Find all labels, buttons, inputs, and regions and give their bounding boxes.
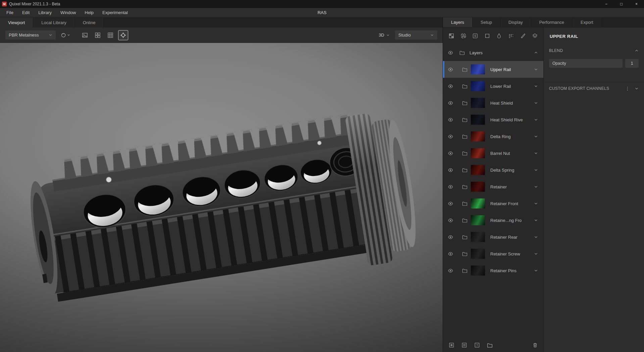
chevron-down-icon[interactable] xyxy=(534,67,538,71)
visibility-eye-icon[interactable] xyxy=(448,50,453,56)
close-button[interactable]: × xyxy=(629,0,644,8)
layer-row-lower-rail[interactable]: Lower Rail xyxy=(443,78,543,95)
focus-model-button[interactable] xyxy=(118,30,128,40)
add-component-button[interactable]: ? xyxy=(473,341,481,349)
chevron-down-icon[interactable] xyxy=(534,101,538,105)
menu-help[interactable]: Help xyxy=(80,8,98,17)
chevron-down-icon[interactable] xyxy=(534,84,538,88)
chevron-down-icon[interactable] xyxy=(534,269,538,273)
layer-row-retainer-screw[interactable]: Retainer Screw xyxy=(443,245,543,262)
tab-viewport[interactable]: Viewport xyxy=(0,17,33,27)
add-mask-button[interactable] xyxy=(484,32,491,40)
layer-row-retainer-rear[interactable]: Retainer Rear xyxy=(443,229,543,245)
tab-local-library[interactable]: Local Library xyxy=(33,17,75,27)
menu-experimental[interactable]: Experimental xyxy=(98,8,132,17)
chevron-down-icon[interactable] xyxy=(534,235,538,239)
layer-row-retainer[interactable]: Retainer xyxy=(443,178,543,195)
selected-layer-title: UPPER RAIL xyxy=(544,27,644,45)
3d-viewport[interactable] xyxy=(0,43,443,352)
custom-export-section-header[interactable]: CUSTOM EXPORT CHANNELS ⋮ xyxy=(544,82,644,94)
add-paint-layer-button[interactable] xyxy=(460,32,467,40)
tab-display[interactable]: Display xyxy=(500,17,531,27)
menu-edit[interactable]: Edit xyxy=(18,8,34,17)
visibility-eye-icon[interactable] xyxy=(448,167,453,173)
add-fill-layer-button[interactable] xyxy=(448,32,455,40)
quad-view-button[interactable] xyxy=(93,30,103,40)
brush-tool-button[interactable] xyxy=(519,32,527,40)
visibility-eye-icon[interactable] xyxy=(448,201,453,207)
add-procedural-button[interactable] xyxy=(507,32,515,40)
chevron-down-icon[interactable] xyxy=(534,252,538,256)
material-sphere-icon xyxy=(60,32,67,39)
visibility-eye-icon[interactable] xyxy=(448,83,453,89)
chevron-down-icon[interactable] xyxy=(534,218,538,222)
layer-label: Retainer Pins xyxy=(490,268,516,273)
chevron-down-icon[interactable] xyxy=(534,185,538,189)
tab-export[interactable]: Export xyxy=(573,17,602,27)
environment-dropdown[interactable]: Studio xyxy=(395,31,437,40)
layer-row-heat-shield[interactable]: Heat Shield xyxy=(443,95,543,111)
layers-group-row[interactable]: Layers xyxy=(443,44,543,61)
opacity-value[interactable]: 1 xyxy=(625,59,639,68)
chevron-down-icon[interactable] xyxy=(534,201,538,206)
folder-icon xyxy=(462,84,467,89)
layer-label: Retainer xyxy=(490,184,507,189)
visibility-eye-icon[interactable] xyxy=(448,184,453,190)
new-folder-button[interactable] xyxy=(486,341,493,349)
chevron-up-icon[interactable] xyxy=(534,51,538,55)
kebab-menu-icon[interactable]: ⋮ xyxy=(625,86,630,91)
ras-model[interactable] xyxy=(0,43,443,352)
visibility-eye-icon[interactable] xyxy=(448,268,453,274)
layer-row-upper-rail[interactable]: Upper Rail xyxy=(443,61,543,78)
add-smart-material-button[interactable]: S xyxy=(472,32,479,40)
menu-window[interactable]: Window xyxy=(56,8,80,17)
tab-performance[interactable]: Performance xyxy=(531,17,573,27)
layer-row-delta-ring[interactable]: Delta Ring xyxy=(443,128,543,145)
layer-row-retaine-ng-fro[interactable]: Retaine...ng Fro xyxy=(443,212,543,229)
layer-row-retainer-pins[interactable]: Retainer Pins xyxy=(443,262,543,279)
folder-icon xyxy=(462,67,467,72)
chevron-down-icon[interactable] xyxy=(534,168,538,172)
visibility-eye-icon[interactable] xyxy=(448,134,453,139)
menu-file[interactable]: File xyxy=(2,8,18,17)
opacity-slider[interactable]: Opacity xyxy=(549,59,623,68)
visibility-eye-icon[interactable] xyxy=(448,218,453,223)
chevron-down-icon[interactable] xyxy=(534,118,538,122)
menu-library[interactable]: Library xyxy=(34,8,56,17)
layer-row-delta-spring[interactable]: Delta Spring xyxy=(443,162,543,178)
tab-online[interactable]: Online xyxy=(75,17,104,27)
add-adjustment-button[interactable] xyxy=(460,341,468,349)
grid-toggle-button[interactable] xyxy=(105,30,115,40)
visibility-eye-icon[interactable] xyxy=(448,151,453,156)
material-preview-button[interactable] xyxy=(58,30,72,40)
chevron-down-icon xyxy=(386,34,390,37)
maximize-button[interactable]: □ xyxy=(614,0,629,8)
visibility-eye-icon[interactable] xyxy=(448,234,453,240)
minimize-button[interactable]: − xyxy=(599,0,614,8)
layer-row-retainer-front[interactable]: Retainer Front xyxy=(443,195,543,212)
view-mode-label: 3D xyxy=(379,33,384,38)
visibility-eye-icon[interactable] xyxy=(448,251,453,257)
layer-row-heat-shield-rive[interactable]: Heat Shield Rive xyxy=(443,111,543,128)
layer-row-barrel-nut[interactable]: Barrel Nut xyxy=(443,145,543,162)
tab-setup[interactable]: Setup xyxy=(473,17,500,27)
texture-view-button[interactable] xyxy=(80,30,90,40)
folder-icon xyxy=(462,101,467,105)
view-mode-dropdown[interactable]: 3D xyxy=(376,33,392,38)
shading-mode-dropdown[interactable]: PBR Metalness xyxy=(5,31,56,40)
add-fill-layer-footer-button[interactable] xyxy=(448,341,455,349)
chevron-down-icon[interactable] xyxy=(534,134,538,138)
blend-section-header[interactable]: BLEND xyxy=(544,45,644,56)
brush-icon xyxy=(520,33,526,39)
tab-layers[interactable]: Layers xyxy=(443,17,473,27)
add-liquid-layer-button[interactable] xyxy=(495,32,503,40)
visibility-eye-icon[interactable] xyxy=(448,117,453,123)
quad-view-icon xyxy=(94,32,101,39)
visibility-eye-icon[interactable] xyxy=(448,67,453,72)
visibility-eye-icon[interactable] xyxy=(448,100,453,106)
layer-stack-button[interactable] xyxy=(531,32,539,40)
delete-layer-button[interactable] xyxy=(531,341,539,349)
chevron-down-icon[interactable] xyxy=(534,151,538,155)
chevron-down-icon[interactable] xyxy=(635,86,639,91)
chevron-up-icon[interactable] xyxy=(635,49,639,53)
